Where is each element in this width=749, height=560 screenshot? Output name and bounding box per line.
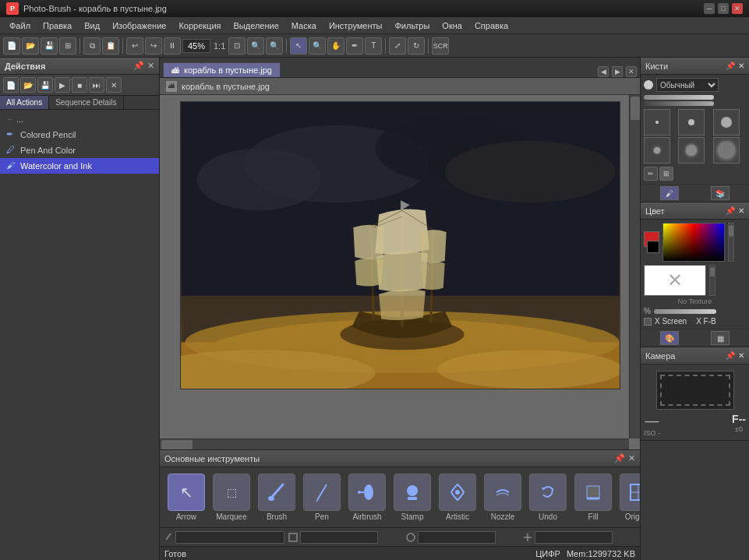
position-input[interactable] bbox=[300, 531, 378, 544]
brush-thumb-4[interactable] bbox=[644, 137, 670, 164]
tool-marquee[interactable]: ⬚ Marquee bbox=[211, 472, 252, 523]
tool-original[interactable]: Original bbox=[618, 472, 640, 523]
menu-mask[interactable]: Маска bbox=[285, 19, 323, 32]
color-tab-color[interactable]: 🎨 bbox=[660, 331, 679, 345]
h-scroll-thumb[interactable] bbox=[161, 440, 193, 449]
menu-image[interactable]: Изображение bbox=[106, 19, 172, 32]
menu-windows[interactable]: Окна bbox=[436, 19, 468, 32]
grid-button[interactable]: ⊞ bbox=[59, 37, 76, 55]
camera-close-button[interactable]: ✕ bbox=[738, 351, 744, 360]
tab-all-actions[interactable]: All Actions bbox=[0, 96, 49, 109]
menu-filters[interactable]: Фильтры bbox=[388, 19, 436, 32]
texture-scrollbar[interactable] bbox=[709, 265, 715, 296]
brush-thumb-1[interactable] bbox=[644, 109, 670, 136]
save-button[interactable]: 💾 bbox=[41, 37, 58, 55]
color-opacity-slider[interactable] bbox=[654, 309, 716, 314]
action-item-pen-color[interactable]: 🖊 Pen And Color bbox=[0, 143, 159, 158]
tool-pen[interactable]: Pen bbox=[302, 472, 342, 523]
texture-area[interactable]: ✕ bbox=[644, 265, 706, 296]
tool-nozzle[interactable]: Nozzle bbox=[482, 472, 523, 523]
menu-correction[interactable]: Коррекция bbox=[172, 19, 227, 32]
action-item-watercolor[interactable]: 🖌 Watercolor and Ink bbox=[0, 158, 159, 174]
arrow-tool-button[interactable]: ↖ bbox=[290, 37, 307, 55]
open-action-button[interactable]: 📂 bbox=[20, 77, 36, 93]
tool-fill[interactable]: Fill bbox=[573, 472, 613, 523]
zoom-input[interactable] bbox=[182, 39, 210, 53]
open-button[interactable]: 📂 bbox=[22, 37, 39, 55]
brushes-close-button[interactable]: ✕ bbox=[738, 62, 744, 70]
zoom-out-button[interactable]: 🔍 bbox=[266, 37, 283, 55]
save-action-button[interactable]: 💾 bbox=[37, 77, 53, 93]
action-item-back[interactable]: ← ... bbox=[0, 111, 159, 127]
close-button[interactable]: ✕ bbox=[732, 3, 743, 14]
menu-view[interactable]: Вид bbox=[78, 19, 106, 32]
coord-input[interactable] bbox=[535, 531, 613, 544]
screen-checkbox[interactable] bbox=[644, 318, 652, 326]
tool-airbrush[interactable]: Airbrush bbox=[347, 472, 387, 523]
brush-thumb-3[interactable] bbox=[713, 109, 740, 136]
stop-button[interactable]: ■ bbox=[72, 77, 87, 93]
color-close-button[interactable]: ✕ bbox=[738, 206, 744, 215]
tool-stamp[interactable]: Stamp bbox=[392, 472, 433, 523]
step-button[interactable]: ⏭ bbox=[89, 77, 104, 93]
tool-brush[interactable]: Brush bbox=[256, 472, 297, 523]
close-doc-button[interactable]: ✕ bbox=[626, 66, 637, 77]
paste-button[interactable]: 📋 bbox=[102, 37, 119, 55]
text-button[interactable]: T bbox=[365, 37, 382, 55]
pause-button[interactable]: ⏸ bbox=[164, 37, 181, 55]
minimize-button[interactable]: ─ bbox=[704, 3, 715, 14]
menu-selection[interactable]: Выделение bbox=[228, 19, 285, 32]
menu-edit[interactable]: Правка bbox=[37, 19, 78, 32]
color-scrollbar[interactable] bbox=[728, 223, 734, 262]
tool-artistic[interactable]: Artistic bbox=[437, 472, 478, 523]
tool-arrow[interactable]: ↖ Arrow bbox=[166, 472, 207, 523]
brush-pattern-button[interactable]: ⊞ bbox=[659, 167, 673, 181]
color-tab-swatch[interactable]: ▦ bbox=[711, 331, 730, 345]
new-action-button[interactable]: 📄 bbox=[3, 77, 19, 93]
panel-close-button[interactable]: ✕ bbox=[147, 61, 154, 71]
pen-button[interactable]: ✒ bbox=[346, 37, 363, 55]
camera-pin-button[interactable]: 📌 bbox=[726, 351, 735, 360]
redo-button[interactable]: ↪ bbox=[145, 37, 162, 55]
brush-input[interactable] bbox=[175, 531, 284, 544]
maximize-button[interactable]: □ bbox=[718, 3, 729, 14]
brushes-pin-button[interactable]: 📌 bbox=[726, 62, 735, 70]
new-button[interactable]: 📄 bbox=[3, 37, 20, 55]
canvas-scroll-area[interactable] bbox=[160, 95, 640, 449]
action-item-colored-pencil[interactable]: ✒ Colored Pencil bbox=[0, 127, 159, 143]
vertical-scrollbar[interactable] bbox=[629, 95, 640, 438]
brush-edit-button[interactable]: ✏ bbox=[644, 167, 658, 181]
menu-file[interactable]: Файл bbox=[3, 19, 37, 32]
rotate-button[interactable]: ↻ bbox=[408, 37, 425, 55]
doc-tab-main[interactable]: 🏙 корабль в пустыне.jpg bbox=[163, 62, 281, 77]
tool-undo[interactable]: Undo bbox=[528, 472, 568, 523]
color-pin-button[interactable]: 📌 bbox=[726, 206, 735, 215]
next-doc-button[interactable]: ▶ bbox=[612, 66, 623, 77]
play-button[interactable]: ▶ bbox=[55, 77, 70, 93]
window-controls[interactable]: ─ □ ✕ bbox=[704, 3, 743, 14]
menu-help[interactable]: Справка bbox=[468, 19, 514, 32]
background-color[interactable] bbox=[647, 241, 659, 253]
brush-size-slider[interactable] bbox=[644, 95, 714, 100]
find-button[interactable]: 🔍 bbox=[309, 37, 326, 55]
brush-opacity-slider[interactable] bbox=[644, 101, 714, 106]
brush-mode-select[interactable]: Обычный bbox=[656, 78, 719, 92]
transform-button[interactable]: ⤢ bbox=[389, 37, 406, 55]
tools-close-button[interactable]: ✕ bbox=[628, 453, 635, 463]
tools-pin-button[interactable]: 📌 bbox=[614, 453, 625, 463]
color-gradient-picker[interactable] bbox=[662, 223, 725, 262]
v-scroll-thumb[interactable] bbox=[631, 97, 640, 120]
panel-pin-button[interactable]: 📌 bbox=[133, 61, 144, 71]
menu-tools[interactable]: Инструменты bbox=[323, 19, 389, 32]
brush-thumb-6[interactable] bbox=[713, 137, 740, 164]
brush-thumb-5[interactable] bbox=[678, 137, 705, 164]
brush-tab-library[interactable]: 📚 bbox=[711, 186, 730, 200]
hand-button[interactable]: ✋ bbox=[327, 37, 344, 55]
prev-doc-button[interactable]: ◀ bbox=[598, 66, 609, 77]
script-button[interactable]: SCR bbox=[432, 37, 449, 55]
undo-button[interactable]: ↩ bbox=[126, 37, 143, 55]
delete-action-button[interactable]: ✕ bbox=[106, 77, 122, 93]
zoom-in-button[interactable]: 🔍 bbox=[247, 37, 264, 55]
tab-sequence-details[interactable]: Sequence Details bbox=[49, 96, 123, 109]
brush-tab-paint[interactable]: 🖌 bbox=[660, 186, 679, 200]
